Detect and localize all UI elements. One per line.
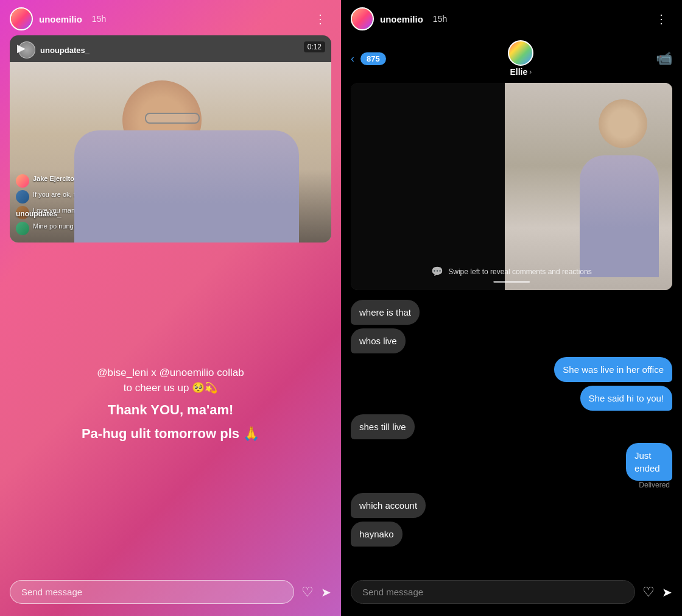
story-user-info-left: unoemilio 15h [10,7,106,30]
more-icon-right[interactable]: ⋮ [650,9,672,29]
caption-bold1: Thank YOU, ma'am! [82,400,259,420]
back-button[interactable]: ‹ [351,52,354,65]
caption-bold2: Pa-hug ulit tomorrow pls 🙏 [82,423,259,444]
msg-bubble-6: which account [351,493,426,518]
chat-avatar [508,40,533,66]
play-icon: ▶ [17,41,26,55]
msg-text-1: whos live [359,336,397,346]
paper-plane-right[interactable]: ➤ [662,585,672,600]
msg-bubble-4: shes till live [351,414,415,439]
chat-count-badge: 875 [360,52,386,65]
swipe-hint-container: 💬 Swipe left to reveal comments and reac… [431,266,591,283]
right-story-panel: unoemilio 15h ⋮ ‹ 875 Ellie › 📹 [341,0,682,616]
username-left: unoemilio [39,14,82,24]
chat-name: Ellie [510,67,527,77]
heart-icon-left[interactable]: ♡ [301,584,314,600]
story-header-left: unoemilio 15h ⋮ [0,0,341,35]
more-icon-left[interactable]: ⋮ [309,9,331,29]
speech-bubble-icon: 💬 [431,266,443,277]
avatar-img-right [352,9,373,29]
dm-area: ‹ 875 Ellie › 📹 [341,35,682,616]
chat-chevron-icon: › [529,68,532,76]
chat-messages: where is that whos live She was live in … [341,295,682,573]
msg-bubble-1: whos live [351,328,406,353]
video-light-right [505,83,672,290]
swipe-hint-text: Swipe left to reveal comments and reacti… [448,267,591,276]
paper-plane-left[interactable]: ➤ [321,585,331,600]
msg-text-2: She was live in her office [563,364,664,375]
msg-bubble-7: haynako [351,522,403,547]
left-story-panel: unoemilio 15h ⋮ unoupdates_ Jake Eje [0,0,341,616]
heart-icon-right[interactable]: ♡ [642,584,655,600]
msg-text-6: which account [359,500,417,511]
comment-avatar-0 [16,174,29,188]
person-head [599,99,647,148]
story-header-right: unoemilio 15h ⋮ [341,0,682,35]
person-body [580,155,659,277]
send-bar-left: Send message ♡ ➤ [0,573,341,616]
repost-username: unoupdates_ [40,46,90,55]
msg-bubble-5: Just ended [626,443,672,481]
caption-main: @bise_leni x @unoemilio collab to cheer … [82,365,259,444]
msg-text-5: Just ended [635,450,660,473]
shared-video-frame: 💬 Swipe left to reveal comments and reac… [351,83,672,290]
comment-avatar-1 [16,190,29,204]
msg-bubble-3: She said hi to you! [580,386,672,411]
send-input-right[interactable]: Send message [351,580,635,604]
avatar-left [10,7,33,30]
msg-text-7: haynako [359,529,394,539]
msg-bubble-0: where is that [351,300,420,325]
swipe-hint-line [493,281,530,283]
caption-line2: to cheer us up 🥺💫 [124,382,217,394]
story-time-left: 15h [92,14,106,24]
send-bar-right: Send message ♡ ➤ [341,573,682,616]
story-video-left[interactable]: unoupdates_ Jake Ejercito See you tomorr… [10,35,331,243]
video-timestamp: 0:12 [304,41,325,52]
send-input-left[interactable]: Send message [10,580,294,604]
comment-avatar-3 [16,222,29,235]
avatar-img-left [11,9,32,29]
story-time-right: 15h [433,14,447,24]
video-call-icon[interactable]: 📹 [656,51,672,66]
comment-name-0: Jake Ejercito [33,175,74,182]
repost-header: unoupdates_ [10,35,331,62]
msg-text-0: where is that [359,307,411,317]
msg-text-4: shes till live [359,422,406,432]
video-dark-left [351,83,505,290]
msg-text-3: She said hi to you! [589,393,664,403]
avatar-right [351,7,374,30]
username-right: unoemilio [380,14,423,24]
chat-contact-info: Ellie › [508,40,533,77]
chat-header: ‹ 875 Ellie › 📹 [341,35,682,83]
msg-bubble-2: She was live in her office [554,357,672,382]
caption-area: @bise_leni x @unoemilio collab to cheer … [0,243,341,573]
delivered-label: Delivered [639,481,670,489]
chat-header-left: ‹ 875 [351,52,386,65]
shared-video[interactable]: 💬 Swipe left to reveal comments and reac… [351,83,672,290]
story-user-info-right: unoemilio 15h [351,7,447,30]
caption-line1: @bise_leni x @unoemilio collab [97,367,244,378]
video-bottom-label: unoupdates_ [16,210,62,218]
